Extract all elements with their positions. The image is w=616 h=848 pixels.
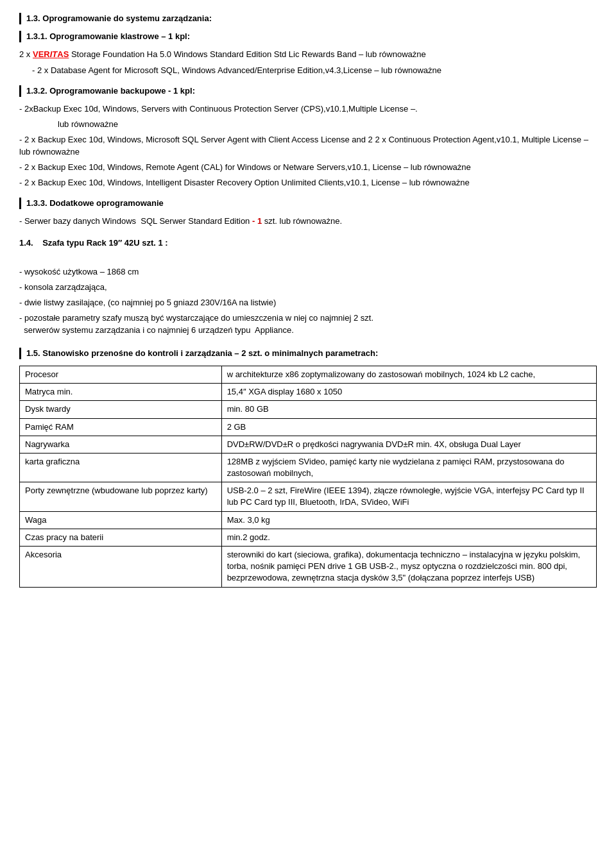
table-row: WagaMax. 3,0 kg <box>20 511 597 529</box>
table-cell-label: Akcesoria <box>20 547 222 588</box>
table-row: Czas pracy na bateriimin.2 godz. <box>20 529 597 546</box>
section-1-5-border: 1.5. Stanowisko przenośne do kontroli i … <box>19 348 597 359</box>
section-1-3: 1.3. Oprogramowanie do systemu zarządzan… <box>19 13 597 227</box>
section-1-4-line2: - konsola zarządzająca, <box>19 282 597 293</box>
section-1-4-line1: - wysokość użytkowa – 1868 cm <box>19 266 597 278</box>
section-1-3-1-body1: 2 x VERITAS Storage Foundation Ha 5.0 Wi… <box>19 49 597 60</box>
table-cell-value: 15,4″ XGA display 1680 x 1050 <box>221 384 596 401</box>
table-row: karta graficzna128MB z wyjściem SVideo, … <box>20 453 597 482</box>
table-cell-label: Matryca min. <box>20 384 222 401</box>
section-1-3-2-border: 1.3.2. Oprogramowanie backupowe - 1 kpl: <box>19 85 597 97</box>
veritas-logo: VERITAS <box>33 49 69 59</box>
table-cell-value: sterowniki do kart (sieciowa, grafika), … <box>221 547 596 588</box>
table-cell-value: USB-2.0 – 2 szt, FireWire (IEEE 1394), z… <box>221 482 596 511</box>
table-cell-label: Waga <box>20 511 222 529</box>
section-1-4-line4: - pozostałe parametry szafy muszą być wy… <box>19 312 597 335</box>
section-1-3-2-line1: - 2xBackup Exec 10d, Windows, Servers wi… <box>19 103 597 115</box>
section-1-5-number: 1.5. Stanowisko przenośne do kontroli i … <box>26 348 378 358</box>
table-cell-label: karta graficzna <box>20 453 222 482</box>
section-1-3-3-body: - Serwer bazy danych Windows SQL Serwer … <box>19 216 597 227</box>
table-cell-label: Porty zewnętrzne (wbudowane lub poprzez … <box>20 482 222 511</box>
section-1-4-title: 1.4. Szafa typu Rack 19″ 42U szt. 1 : <box>19 237 597 249</box>
protection-text: Protection <box>234 104 272 114</box>
table-cell-value: min. 80 GB <box>221 401 596 418</box>
section-1-5: 1.5. Stanowisko przenośne do kontroli i … <box>19 348 597 588</box>
table-cell-label: Nagrywarka <box>20 436 222 453</box>
spec-table: Procesorw architekturze x86 zoptymalizow… <box>19 366 597 588</box>
section-1-3-2-line4: - 2 x Backup Exec 10d, Windows, Remote A… <box>19 162 597 173</box>
section-1-3-1-title: 1.3.1. Oprogramowanie klastrowe – 1 kpl: <box>26 31 597 42</box>
section-1-4: 1.4. Szafa typu Rack 19″ 42U szt. 1 : - … <box>19 237 597 335</box>
section-1-3-2: 1.3.2. Oprogramowanie backupowe - 1 kpl:… <box>19 85 597 189</box>
section-1-3-3-border: 1.3.3. Dodatkowe oprogramowanie <box>19 198 597 209</box>
section-1-5-title: 1.5. Stanowisko przenośne do kontroli i … <box>26 348 597 359</box>
section-1-3-border: 1.3. Oprogramowanie do systemu zarządzan… <box>19 13 597 24</box>
table-cell-value: Max. 3,0 kg <box>221 511 596 529</box>
section-1-3-1-body2: - 2 x Database Agent for Microsoft SQL, … <box>32 65 597 76</box>
section-1-3-1-border: 1.3.1. Oprogramowanie klastrowe – 1 kpl: <box>19 31 597 42</box>
table-row: Pamięć RAM2 GB <box>20 418 597 436</box>
table-row: Dysk twardymin. 80 GB <box>20 401 597 418</box>
table-cell-value: min.2 godz. <box>221 529 596 546</box>
table-cell-value: DVD±RW/DVD±R o prędkości nagrywania DVD±… <box>221 436 596 453</box>
section-1-3-3-title: 1.3.3. Dodatkowe oprogramowanie <box>26 198 597 209</box>
table-cell-value: 128MB z wyjściem SVideo, pamięć karty ni… <box>221 453 596 482</box>
section-1-3-2-line5: - 2 x Backup Exec 10d, Windows, Intellig… <box>19 177 597 189</box>
table-row: Procesorw architekturze x86 zoptymalizow… <box>20 366 597 383</box>
section-1-3-title: 1.3. Oprogramowanie do systemu zarządzan… <box>26 13 597 24</box>
section-1-3-2-line3: - 2 x Backup Exec 10d, Windows, Microsof… <box>19 134 597 157</box>
bold-dash-1: - 1 <box>252 216 262 226</box>
table-cell-label: Dysk twardy <box>20 401 222 418</box>
table-cell-value: 2 GB <box>221 418 596 436</box>
section-1-3-1-title-text: 1.3.1. Oprogramowanie klastrowe – 1 kpl: <box>26 31 190 41</box>
table-cell-label: Pamięć RAM <box>20 418 222 436</box>
table-row: Matryca min.15,4″ XGA display 1680 x 105… <box>20 384 597 401</box>
section-1-4-line3: - dwie listwy zasilające, (co najmniej p… <box>19 297 597 309</box>
table-row: Akcesoriasterowniki do kart (sieciowa, g… <box>20 547 597 588</box>
table-cell-label: Procesor <box>20 366 222 383</box>
section-1-3-3: 1.3.3. Dodatkowe oprogramowanie - Serwer… <box>19 198 597 227</box>
section-1-3-2-line2: lub równoważne <box>19 119 597 130</box>
section-1-3-1: 1.3.1. Oprogramowanie klastrowe – 1 kpl:… <box>19 31 597 76</box>
line2-indent: lub równoważne <box>58 119 118 129</box>
section-1-3-2-title: 1.3.2. Oprogramowanie backupowe - 1 kpl: <box>26 85 597 97</box>
table-row: Porty zewnętrzne (wbudowane lub poprzez … <box>20 482 597 511</box>
table-cell-value: w architekturze x86 zoptymalizowany do z… <box>221 366 596 383</box>
table-cell-label: Czas pracy na baterii <box>20 529 222 546</box>
continuous-text: Continuous <box>189 104 232 114</box>
table-row: NagrywarkaDVD±RW/DVD±R o prędkości nagry… <box>20 436 597 453</box>
